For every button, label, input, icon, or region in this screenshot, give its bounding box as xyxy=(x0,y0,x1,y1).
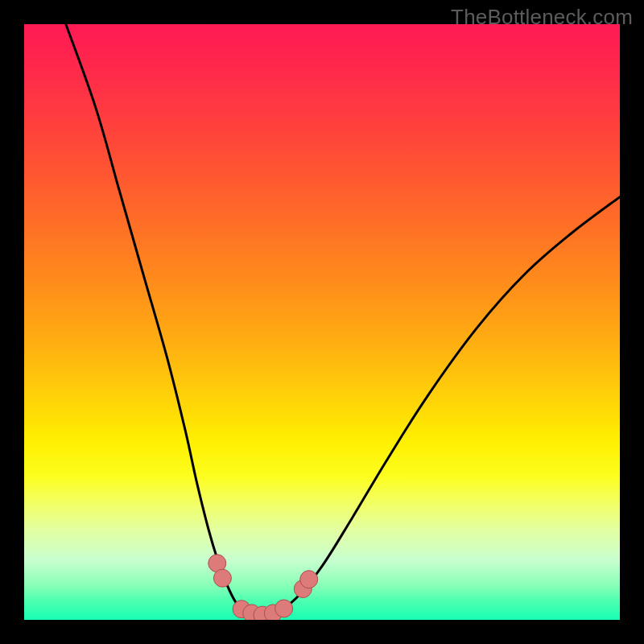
chart-frame: TheBottleneck.com xyxy=(0,0,644,644)
curve-marker xyxy=(300,571,318,588)
watermark-text: TheBottleneck.com xyxy=(451,5,633,30)
bottleneck-curve xyxy=(24,24,620,620)
curve-marker xyxy=(275,600,293,617)
curve-marker xyxy=(213,569,231,587)
plot-area xyxy=(24,24,620,620)
curve-path xyxy=(66,24,620,617)
